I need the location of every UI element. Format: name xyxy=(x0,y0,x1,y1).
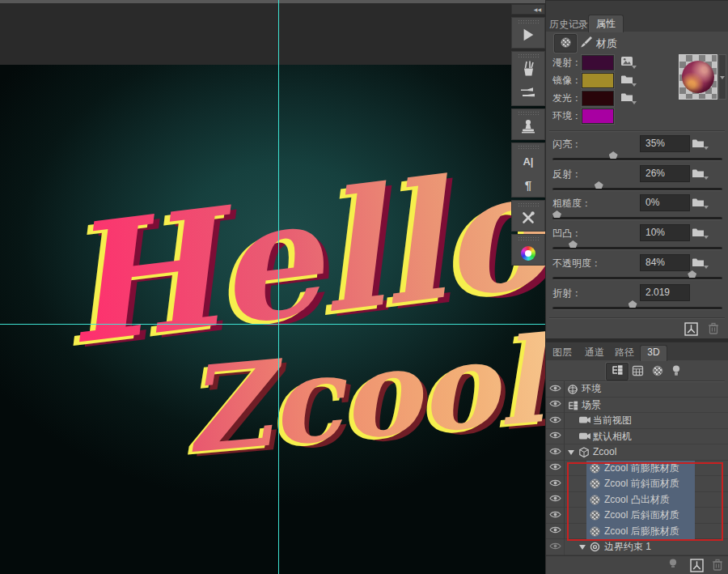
tree-row[interactable]: Zcool 前膨胀材质 xyxy=(546,461,728,477)
dock-item-tool-presets[interactable] xyxy=(512,82,544,105)
environment-icon xyxy=(567,386,578,398)
color-prop-label: 环境： xyxy=(552,109,582,123)
constraint-row-icon xyxy=(590,542,600,555)
visibility-toggle[interactable] xyxy=(546,539,565,555)
shine-value[interactable]: 35% xyxy=(640,135,690,152)
tab-layers[interactable]: 图层 xyxy=(548,346,577,359)
expand-panels-button[interactable]: ◀◀ xyxy=(511,4,545,15)
texture-source-button[interactable] xyxy=(620,55,633,70)
roughness-value[interactable]: 0% xyxy=(640,194,690,211)
visibility-toggle[interactable] xyxy=(546,413,565,429)
filter-scene-button[interactable] xyxy=(606,363,629,381)
properties-bottom-bar xyxy=(546,322,728,338)
texture-source-button[interactable] xyxy=(692,137,705,151)
tree-row[interactable]: 边界约束 1 xyxy=(546,539,728,555)
tree-row[interactable]: Zcool 后斜面材质 xyxy=(546,508,728,524)
material-preview[interactable] xyxy=(679,54,717,100)
dock-item-paragraph-panel[interactable]: ¶ xyxy=(512,173,544,197)
bump-value[interactable]: 10% xyxy=(640,224,690,241)
tree-row[interactable]: 当前视图 xyxy=(546,413,728,429)
paint-brush-icon[interactable] xyxy=(580,36,593,52)
eye-icon xyxy=(549,494,561,505)
character-panel-icon: A| xyxy=(523,155,533,168)
tree-row-label: Zcool 凸出材质 xyxy=(604,492,670,508)
tab-history[interactable]: 历史记录 xyxy=(549,17,588,32)
texture-source-button[interactable] xyxy=(620,73,633,87)
roughness-slider[interactable] xyxy=(552,217,722,220)
visibility-toggle[interactable] xyxy=(546,429,565,445)
visibility-toggle[interactable] xyxy=(546,524,565,540)
panel-title: 材质 xyxy=(596,36,617,51)
dock-item-clone-source[interactable] xyxy=(512,116,544,139)
dock-group xyxy=(511,108,545,140)
opacity-value[interactable]: 84% xyxy=(640,254,690,271)
dock-item-character-panel[interactable]: A| xyxy=(512,150,544,173)
dock-item-color-themes[interactable] xyxy=(512,241,544,265)
color-swatch[interactable] xyxy=(582,91,614,106)
scene-filter-icon xyxy=(611,364,624,379)
horizontal-guide[interactable] xyxy=(0,324,545,325)
slider-thumb[interactable] xyxy=(609,151,618,159)
tab-properties[interactable]: 属性 xyxy=(588,15,624,32)
refraction-value[interactable]: 2.019 xyxy=(640,284,690,301)
refraction-slider[interactable] xyxy=(552,307,722,310)
visibility-toggle[interactable] xyxy=(546,508,565,524)
visibility-toggle[interactable] xyxy=(546,476,565,492)
dock-item-actions[interactable] xyxy=(512,24,544,48)
visibility-toggle[interactable] xyxy=(546,444,565,461)
filter-materials-button[interactable] xyxy=(652,365,663,380)
slider-thumb[interactable] xyxy=(688,270,696,278)
visibility-toggle[interactable] xyxy=(546,461,565,477)
material-header: 材质 xyxy=(546,32,728,53)
dock-item-brush-presets[interactable] xyxy=(512,58,544,82)
reflection-value[interactable]: 26% xyxy=(640,165,690,182)
expander-triangle[interactable] xyxy=(568,450,574,455)
tree-row[interactable]: 环境 xyxy=(546,381,728,398)
shine-slider[interactable] xyxy=(552,158,722,161)
tree-row[interactable]: 场景 xyxy=(546,398,728,414)
reflection-slider[interactable] xyxy=(552,188,722,191)
texture-source-button[interactable] xyxy=(692,226,705,240)
texture-source-button[interactable] xyxy=(692,167,705,181)
new-light-icon[interactable] xyxy=(669,559,677,573)
material-ball-icon xyxy=(590,512,600,523)
texture-source-button[interactable] xyxy=(620,91,633,105)
visibility-toggle[interactable] xyxy=(546,398,565,414)
tree-row[interactable]: Zcool 后膨胀材质 xyxy=(546,524,728,540)
tab-channels[interactable]: 通道 xyxy=(580,346,609,359)
material-picker-button[interactable] xyxy=(718,54,726,100)
bump-slider[interactable] xyxy=(552,247,722,250)
filter-lights-button[interactable] xyxy=(672,365,680,380)
slider-row-shine: 闪亮：35% xyxy=(546,135,728,163)
delete-icon[interactable] xyxy=(712,559,723,574)
visibility-toggle[interactable] xyxy=(546,381,565,398)
material-row-icon xyxy=(590,495,600,508)
color-swatch[interactable] xyxy=(582,55,614,70)
material-sphere xyxy=(682,61,714,93)
filter-meshes-button[interactable] xyxy=(632,365,644,380)
slider-thumb[interactable] xyxy=(629,300,637,308)
coordinates-icon[interactable] xyxy=(684,322,698,339)
document-canvas[interactable]: Hello Hello Hello Zcool Zcool Zcool xyxy=(0,65,545,574)
coordinates-icon[interactable] xyxy=(690,559,704,574)
visibility-toggle[interactable] xyxy=(546,492,565,508)
tab-paths[interactable]: 路径 xyxy=(611,346,638,359)
slider-thumb[interactable] xyxy=(552,210,561,218)
color-swatch[interactable] xyxy=(582,73,614,88)
opacity-slider[interactable] xyxy=(552,277,722,280)
texture-source-button[interactable] xyxy=(692,256,705,270)
tree-row[interactable]: Zcool 凸出材质 xyxy=(546,492,728,508)
texture-source-button[interactable] xyxy=(692,196,705,210)
material-type-button[interactable] xyxy=(554,34,577,53)
tab-3d[interactable]: 3D xyxy=(640,345,667,361)
dock-item-tool-kit[interactable] xyxy=(512,207,544,231)
vertical-guide[interactable] xyxy=(278,0,279,574)
tree-row[interactable]: Zcool 前斜面材质 xyxy=(546,476,728,492)
delete-icon[interactable] xyxy=(708,322,719,338)
color-swatch[interactable] xyxy=(582,108,614,124)
slider-thumb[interactable] xyxy=(595,181,603,189)
expander-triangle[interactable] xyxy=(579,545,586,550)
tree-row[interactable]: 默认相机 xyxy=(546,429,728,445)
slider-thumb[interactable] xyxy=(569,240,578,248)
tree-row[interactable]: Zcool xyxy=(546,444,728,461)
